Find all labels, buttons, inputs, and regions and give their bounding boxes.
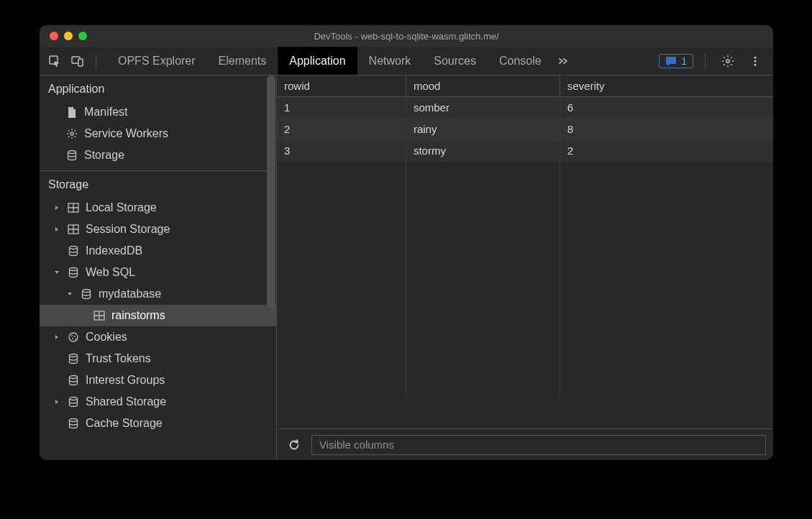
- sidebar-item-label: IndexedDB: [86, 244, 142, 257]
- more-menu-icon[interactable]: [744, 51, 766, 71]
- sidebar-item-cache-storage[interactable]: Cache Storage: [40, 413, 276, 434]
- refresh-button[interactable]: [284, 435, 304, 455]
- sidebar-item-web-sql[interactable]: Web SQL: [40, 262, 276, 283]
- sidebar-section-storage: Storage: [40, 171, 276, 197]
- toolbar-separator: [96, 53, 96, 69]
- svg-point-22: [70, 376, 78, 379]
- disclosure-arrow-icon: [53, 399, 61, 405]
- svg-point-8: [70, 132, 73, 135]
- sidebar-item-label: rainstorms: [111, 309, 165, 322]
- maximize-window-button[interactable]: [78, 32, 87, 40]
- tab-elements[interactable]: Elements: [207, 47, 278, 75]
- visible-columns-input[interactable]: [311, 435, 766, 455]
- inspect-element-icon[interactable]: [44, 51, 65, 71]
- sidebar-item-label: Web SQL: [86, 266, 135, 279]
- sidebar-item-label: Shared Storage: [86, 395, 166, 408]
- gear-icon: [65, 127, 78, 140]
- db-icon: [80, 288, 93, 300]
- minimize-window-button[interactable]: [64, 32, 73, 40]
- table-toolbar: [277, 428, 773, 460]
- svg-point-13: [70, 268, 78, 271]
- main-panel: rowid mood severity 1somber62rainy83stor…: [277, 75, 773, 460]
- issues-badge[interactable]: 1: [659, 54, 693, 68]
- toolbar-separator: [705, 53, 706, 69]
- svg-point-14: [83, 290, 91, 293]
- sidebar-item-label: Local Storage: [86, 201, 157, 214]
- sidebar-item-label: Cache Storage: [86, 417, 163, 430]
- tab-console[interactable]: Console: [488, 47, 553, 75]
- svg-point-20: [75, 339, 76, 340]
- disclosure-arrow-icon: [65, 291, 74, 297]
- grid-icon: [67, 201, 80, 214]
- svg-point-4: [726, 59, 729, 62]
- sidebar-scrollbar[interactable]: [266, 75, 276, 460]
- file-icon: [65, 106, 78, 119]
- sidebar-item-indexeddb[interactable]: IndexedDB: [40, 240, 276, 262]
- devtools-window: DevTools - web-sql-to-sqlite-wasm.glitch…: [40, 25, 773, 460]
- sidebar-item-trust-tokens[interactable]: Trust Tokens: [40, 348, 276, 369]
- db-icon: [67, 374, 80, 387]
- main-toolbar: OPFS Explorer Elements Application Netwo…: [40, 47, 773, 75]
- grid-icon: [93, 309, 106, 322]
- table-row[interactable]: 2rainy8: [277, 119, 773, 140]
- close-window-button[interactable]: [50, 32, 58, 40]
- sidebar-item-service-workers[interactable]: Service Workers: [40, 123, 276, 144]
- window-controls: [40, 32, 87, 40]
- sidebar-item-manifest[interactable]: Manifest: [40, 101, 276, 123]
- sidebar-item-local-storage[interactable]: Local Storage: [40, 197, 276, 219]
- tab-sources[interactable]: Sources: [422, 47, 488, 75]
- window-title: DevTools - web-sql-to-sqlite-wasm.glitch…: [40, 31, 773, 42]
- table-cell: 1: [277, 97, 406, 119]
- svg-point-6: [754, 60, 756, 62]
- sidebar-scrollbar-thumb[interactable]: [267, 75, 275, 310]
- column-header-mood[interactable]: mood: [406, 75, 560, 97]
- svg-point-23: [70, 398, 78, 400]
- sidebar-item-storage[interactable]: Storage: [40, 144, 276, 166]
- tab-application[interactable]: Application: [278, 47, 357, 75]
- column-divider[interactable]: [560, 99, 560, 396]
- sidebar-item-label: Trust Tokens: [86, 352, 151, 365]
- svg-point-7: [754, 63, 756, 65]
- svg-point-12: [70, 247, 78, 249]
- titlebar: DevTools - web-sql-to-sqlite-wasm.glitch…: [40, 25, 773, 47]
- svg-point-18: [74, 336, 76, 337]
- table-cell: 3: [277, 140, 406, 162]
- svg-point-17: [71, 335, 73, 336]
- sidebar-item-label: Manifest: [84, 106, 127, 119]
- db-icon: [67, 395, 80, 408]
- tabs-overflow-icon[interactable]: [553, 47, 575, 75]
- svg-point-16: [69, 333, 78, 341]
- disclosure-arrow-icon: [53, 205, 61, 211]
- column-divider[interactable]: [406, 99, 406, 396]
- column-header-severity[interactable]: severity: [560, 75, 773, 97]
- device-toggle-icon[interactable]: [67, 51, 88, 71]
- sidebar-item-label: Session Storage: [86, 223, 170, 236]
- sidebar-item-rainstorms[interactable]: rainstorms: [40, 305, 276, 326]
- table-row[interactable]: 1somber6: [277, 97, 773, 119]
- tab-network[interactable]: Network: [357, 47, 423, 75]
- sidebar-item-cookies[interactable]: Cookies: [40, 326, 276, 348]
- svg-point-9: [68, 151, 76, 154]
- sidebar-item-shared-storage[interactable]: Shared Storage: [40, 391, 276, 413]
- panel-tabs: OPFS Explorer Elements Application Netwo…: [106, 47, 652, 75]
- svg-point-19: [72, 338, 73, 339]
- sidebar-item-interest-groups[interactable]: Interest Groups: [40, 369, 276, 391]
- db-icon: [67, 417, 80, 430]
- table-cell: 2: [277, 119, 406, 140]
- table-header-row: rowid mood severity: [277, 75, 773, 97]
- toolbar-left-group: [40, 47, 106, 75]
- storage-tree: Local StorageSession StorageIndexedDBWeb…: [40, 197, 276, 434]
- database-icon: [65, 149, 78, 162]
- sidebar-item-mydatabase[interactable]: mydatabase: [40, 283, 276, 305]
- settings-icon[interactable]: [717, 51, 739, 71]
- content-area: Application Manifest Service Workers Sto…: [40, 75, 773, 460]
- sidebar-item-label: mydatabase: [99, 288, 161, 300]
- sidebar-item-session-storage[interactable]: Session Storage: [40, 219, 276, 240]
- sidebar-item-label: Storage: [84, 149, 124, 162]
- table-row[interactable]: 3stormy2: [277, 140, 773, 162]
- tab-opfs-explorer[interactable]: OPFS Explorer: [106, 47, 207, 75]
- column-header-rowid[interactable]: rowid: [277, 75, 406, 97]
- svg-rect-3: [666, 57, 676, 64]
- sidebar-item-label: Interest Groups: [86, 374, 165, 387]
- db-icon: [67, 352, 80, 365]
